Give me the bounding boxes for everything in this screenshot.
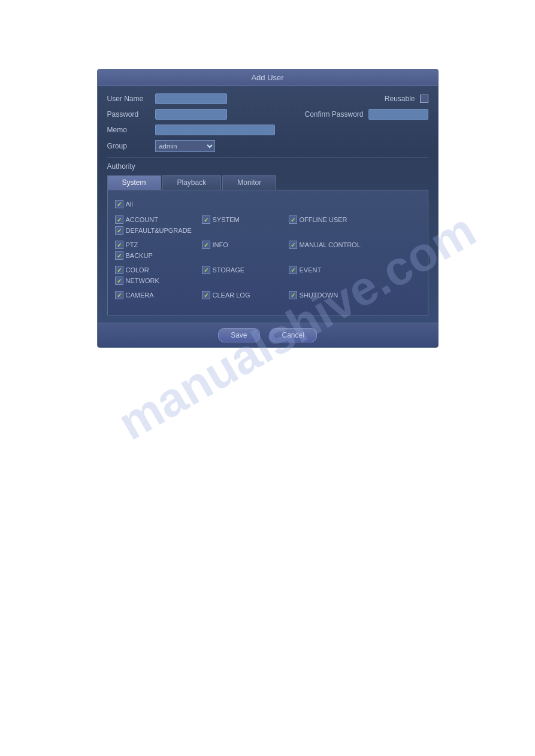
reusable-field: Reusable xyxy=(385,95,428,103)
dialog-title: Add User xyxy=(251,73,283,82)
dialog-body: User Name Reusable Password Confirm Pass… xyxy=(98,86,438,323)
dialog-footer: Save Cancel xyxy=(98,323,438,347)
tab-monitor[interactable]: Monitor xyxy=(222,175,276,190)
perm-ptz: PTZ xyxy=(115,241,202,249)
perm-color: COLOR xyxy=(115,266,202,274)
perm-event-label: EVENT xyxy=(300,266,322,274)
username-input[interactable] xyxy=(155,93,227,104)
tab-system[interactable]: System xyxy=(107,175,161,190)
perm-manual-control: MANUAL CONTROL xyxy=(289,241,376,249)
memo-label: Memo xyxy=(107,126,155,134)
perm-system-label: SYSTEM xyxy=(213,216,240,223)
perm-backup-label: BACKUP xyxy=(126,252,153,259)
add-user-dialog: Add User User Name Reusable Password Con… xyxy=(97,69,439,348)
username-row: User Name Reusable xyxy=(107,93,428,104)
perm-network-checkbox[interactable] xyxy=(115,277,123,285)
perm-shutdown-checkbox[interactable] xyxy=(289,291,297,299)
perm-storage-label: STORAGE xyxy=(213,266,245,274)
perm-offline-user-label: OFFLINE USER xyxy=(300,216,347,223)
all-permission-row: All xyxy=(115,200,421,211)
perm-manual-control-checkbox[interactable] xyxy=(289,241,297,249)
perm-row-2: PTZ INFO MANUAL CONTROL BACKUP xyxy=(115,241,421,262)
perm-ptz-label: PTZ xyxy=(126,241,138,248)
perm-event-checkbox[interactable] xyxy=(289,266,297,274)
perm-offline-user: OFFLINE USER xyxy=(289,215,376,224)
perm-color-checkbox[interactable] xyxy=(115,266,123,274)
permissions-panel: All ACCOUNT SYSTEM OFFLINE USER xyxy=(107,190,428,315)
confirm-password-input[interactable] xyxy=(368,109,428,120)
perm-clear-log: CLEAR LOG xyxy=(202,291,289,299)
perm-network: NETWORK xyxy=(115,277,202,285)
password-row: Password Confirm Password xyxy=(107,109,428,120)
memo-input[interactable] xyxy=(155,125,275,135)
perm-ptz-checkbox[interactable] xyxy=(115,241,123,249)
reusable-checkbox[interactable] xyxy=(420,95,428,103)
save-button[interactable]: Save xyxy=(218,328,259,342)
cancel-button[interactable]: Cancel xyxy=(270,328,317,342)
divider xyxy=(107,157,428,157)
perm-account: ACCOUNT xyxy=(115,215,202,224)
perm-camera-label: CAMERA xyxy=(126,292,154,299)
perm-info-checkbox[interactable] xyxy=(202,241,210,249)
perm-row-3: COLOR STORAGE EVENT NETWORK xyxy=(115,266,421,287)
tabs-row: System Playback Monitor xyxy=(107,175,428,190)
perm-default-upgrade: DEFAULT&UPGRADE xyxy=(115,226,214,235)
perm-backup-checkbox[interactable] xyxy=(115,251,123,260)
authority-label: Authority xyxy=(107,162,428,171)
perm-row-1: ACCOUNT SYSTEM OFFLINE USER DEFAULT&UPGR… xyxy=(115,215,421,237)
perm-system-checkbox[interactable] xyxy=(202,215,210,224)
confirm-password-field: Confirm Password xyxy=(304,109,428,120)
perm-all: All xyxy=(115,200,202,208)
group-label: Group xyxy=(107,142,155,150)
perm-shutdown: SHUTDOWN xyxy=(289,291,376,299)
username-label: User Name xyxy=(107,95,155,103)
perm-offline-user-checkbox[interactable] xyxy=(289,215,297,224)
dialog-title-bar: Add User xyxy=(98,69,438,86)
perm-event: EVENT xyxy=(289,266,376,274)
memo-row: Memo xyxy=(107,125,428,135)
tab-playback[interactable]: Playback xyxy=(162,175,222,190)
perm-network-label: NETWORK xyxy=(126,277,159,284)
perm-manual-control-label: MANUAL CONTROL xyxy=(300,241,361,248)
password-label: Password xyxy=(107,110,155,119)
perm-clear-log-label: CLEAR LOG xyxy=(213,292,250,299)
perm-camera-checkbox[interactable] xyxy=(115,291,123,299)
group-select[interactable]: admin xyxy=(155,140,215,152)
perm-all-checkbox[interactable] xyxy=(115,200,123,208)
perm-account-label: ACCOUNT xyxy=(126,216,158,223)
perm-color-label: COLOR xyxy=(126,266,149,274)
confirm-password-label: Confirm Password xyxy=(304,110,363,119)
reusable-label: Reusable xyxy=(385,95,415,103)
perm-row-4: CAMERA CLEAR LOG SHUTDOWN xyxy=(115,291,421,302)
perm-backup: BACKUP xyxy=(115,251,202,260)
perm-info: INFO xyxy=(202,241,289,249)
perm-storage: STORAGE xyxy=(202,266,289,274)
perm-account-checkbox[interactable] xyxy=(115,215,123,224)
perm-all-label: All xyxy=(126,201,133,208)
perm-default-upgrade-label: DEFAULT&UPGRADE xyxy=(126,227,192,234)
perm-storage-checkbox[interactable] xyxy=(202,266,210,274)
perm-shutdown-label: SHUTDOWN xyxy=(300,292,338,299)
perm-system: SYSTEM xyxy=(202,215,289,224)
perm-default-upgrade-checkbox[interactable] xyxy=(115,226,123,235)
perm-clear-log-checkbox[interactable] xyxy=(202,291,210,299)
group-row: Group admin xyxy=(107,140,428,152)
perm-info-label: INFO xyxy=(213,241,228,248)
password-input[interactable] xyxy=(155,109,227,120)
perm-camera: CAMERA xyxy=(115,291,202,299)
